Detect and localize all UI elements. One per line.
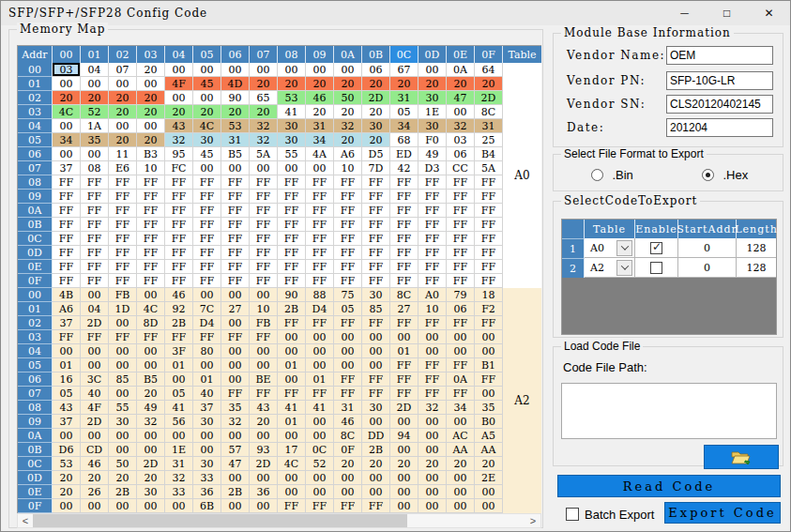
mem-cell-a2-08-14[interactable]: 34 xyxy=(447,401,475,415)
mem-cell-a0-08-2[interactable]: FF xyxy=(109,175,137,190)
mem-cell-a0-0c-10[interactable]: FF xyxy=(334,232,362,246)
mem-cell-a0-0e-11[interactable]: FF xyxy=(362,260,390,274)
mem-cell-a2-05-2[interactable]: 00 xyxy=(109,358,137,372)
mem-cell-a2-01-8[interactable]: 2B xyxy=(278,302,306,316)
mem-cell-a2-05-10[interactable]: 00 xyxy=(334,358,362,372)
mem-cell-a0-04-0[interactable]: 00 xyxy=(53,119,81,133)
mem-cell-a2-0b-7[interactable]: 93 xyxy=(250,443,278,457)
mem-cell-a0-05-10[interactable]: 20 xyxy=(334,133,362,147)
mem-cell-a0-01-10[interactable]: 20 xyxy=(334,77,362,91)
mem-cell-a0-01-7[interactable]: 20 xyxy=(250,77,278,91)
column-header-04[interactable]: 04 xyxy=(165,46,193,63)
mem-cell-a0-0e-8[interactable]: FF xyxy=(278,260,306,274)
mem-cell-a2-0e-13[interactable]: 00 xyxy=(418,485,447,499)
mem-cell-a2-06-9[interactable]: 01 xyxy=(306,372,334,387)
mem-cell-a2-00-12[interactable]: 8C xyxy=(390,288,418,302)
mem-cell-a2-08-15[interactable]: 35 xyxy=(475,401,503,415)
mem-cell-a2-08-6[interactable]: 35 xyxy=(221,401,250,415)
mem-cell-a2-05-9[interactable]: 00 xyxy=(306,358,334,372)
column-header-0f[interactable]: 0F xyxy=(475,46,503,63)
mem-cell-a0-09-13[interactable]: FF xyxy=(418,190,447,204)
mem-cell-a0-09-6[interactable]: FF xyxy=(221,190,250,204)
mem-cell-a2-01-12[interactable]: 27 xyxy=(390,302,418,316)
mem-cell-a2-07-1[interactable]: 40 xyxy=(81,387,109,401)
ce-row2-enable-checkbox[interactable] xyxy=(650,262,662,274)
ce-row1-length[interactable]: 128 xyxy=(737,238,776,258)
mem-cell-a0-05-7[interactable]: 32 xyxy=(250,133,278,147)
vendor-pn-input[interactable] xyxy=(666,71,773,90)
mem-cell-a2-0a-12[interactable]: 94 xyxy=(390,429,418,443)
mem-cell-a0-0e-12[interactable]: FF xyxy=(390,260,418,274)
mem-cell-a0-00-7[interactable]: 00 xyxy=(250,63,278,77)
mem-cell-a2-0d-8[interactable]: 00 xyxy=(278,471,306,485)
mem-cell-a0-0b-8[interactable]: FF xyxy=(278,218,306,232)
mem-cell-a0-02-4[interactable]: 00 xyxy=(165,91,193,105)
mem-cell-a0-05-8[interactable]: 30 xyxy=(278,133,306,147)
row-header-a0-05[interactable]: 05 xyxy=(18,133,53,147)
mem-cell-a2-02-9[interactable]: FF xyxy=(306,316,334,330)
mem-cell-a0-03-12[interactable]: 05 xyxy=(390,105,418,119)
mem-cell-a2-0a-11[interactable]: DD xyxy=(362,429,390,443)
ce-row1-startaddr[interactable]: 0 xyxy=(678,238,737,258)
mem-cell-a2-06-15[interactable]: FF xyxy=(475,372,503,387)
mem-cell-a0-07-6[interactable]: 00 xyxy=(221,161,250,175)
mem-cell-a2-0b-1[interactable]: CD xyxy=(81,443,109,457)
mem-cell-a2-04-5[interactable]: 80 xyxy=(193,344,221,358)
mem-cell-a0-0d-10[interactable]: FF xyxy=(334,246,362,260)
row-header-a0-0a[interactable]: 0A xyxy=(18,204,53,218)
mem-cell-a0-0b-3[interactable]: FF xyxy=(137,218,165,232)
row-header-a0-00[interactable]: 00 xyxy=(18,63,53,77)
mem-cell-a0-03-14[interactable]: 00 xyxy=(447,105,475,119)
mem-cell-a2-0a-1[interactable]: 00 xyxy=(81,429,109,443)
mem-cell-a2-08-3[interactable]: 49 xyxy=(137,401,165,415)
mem-cell-a0-0f-14[interactable]: FF xyxy=(447,274,475,288)
mem-cell-a0-04-10[interactable]: 32 xyxy=(334,119,362,133)
mem-cell-a2-0d-15[interactable]: 2E xyxy=(475,471,503,485)
mem-cell-a0-0d-3[interactable]: FF xyxy=(137,246,165,260)
mem-cell-a0-05-1[interactable]: 35 xyxy=(81,133,109,147)
mem-cell-a0-0a-9[interactable]: FF xyxy=(306,204,334,218)
mem-cell-a2-0d-9[interactable]: 00 xyxy=(306,471,334,485)
mem-cell-a0-09-9[interactable]: FF xyxy=(306,190,334,204)
mem-cell-a0-09-8[interactable]: FF xyxy=(278,190,306,204)
mem-cell-a2-08-9[interactable]: 41 xyxy=(306,401,334,415)
mem-cell-a0-04-1[interactable]: 1A xyxy=(81,119,109,133)
column-header-09[interactable]: 09 xyxy=(306,46,334,63)
mem-cell-a0-04-13[interactable]: 30 xyxy=(418,119,447,133)
column-header-table[interactable]: Table xyxy=(503,46,541,63)
mem-cell-a0-00-12[interactable]: 67 xyxy=(390,63,418,77)
mem-cell-a0-08-5[interactable]: FF xyxy=(193,175,221,190)
mem-cell-a2-09-10[interactable]: 46 xyxy=(334,415,362,429)
mem-cell-a0-0a-0[interactable]: FF xyxy=(53,204,81,218)
mem-cell-a0-06-2[interactable]: 11 xyxy=(109,147,137,161)
mem-cell-a2-01-0[interactable]: A6 xyxy=(53,302,81,316)
mem-cell-a2-07-4[interactable]: 05 xyxy=(165,387,193,401)
mem-cell-a0-00-15[interactable]: 64 xyxy=(475,63,503,77)
mem-cell-a0-02-3[interactable]: 20 xyxy=(137,91,165,105)
mem-cell-a0-0c-1[interactable]: FF xyxy=(81,232,109,246)
mem-cell-a0-0e-5[interactable]: FF xyxy=(193,260,221,274)
mem-cell-a0-09-2[interactable]: FF xyxy=(109,190,137,204)
mem-cell-a2-00-5[interactable]: 00 xyxy=(193,288,221,302)
mem-cell-a0-0d-13[interactable]: FF xyxy=(418,246,447,260)
mem-cell-a2-07-0[interactable]: 05 xyxy=(53,387,81,401)
mem-cell-a0-08-0[interactable]: FF xyxy=(53,175,81,190)
row-header-a2-0a[interactable]: 0A xyxy=(18,429,53,443)
mem-cell-a2-00-8[interactable]: 90 xyxy=(278,288,306,302)
mem-cell-a2-02-0[interactable]: 37 xyxy=(53,316,81,330)
mem-cell-a2-03-0[interactable]: FF xyxy=(53,330,81,344)
mem-cell-a0-0f-3[interactable]: FF xyxy=(137,274,165,288)
mem-cell-a2-04-4[interactable]: 3F xyxy=(165,344,193,358)
mem-cell-a0-07-10[interactable]: 10 xyxy=(334,161,362,175)
mem-cell-a0-08-9[interactable]: FF xyxy=(306,175,334,190)
mem-cell-a2-00-7[interactable]: 00 xyxy=(250,288,278,302)
mem-cell-a2-05-11[interactable]: 00 xyxy=(362,358,390,372)
mem-cell-a0-00-3[interactable]: 20 xyxy=(137,63,165,77)
mem-cell-a0-03-3[interactable]: 20 xyxy=(137,105,165,119)
mem-cell-a2-0d-3[interactable]: 20 xyxy=(137,471,165,485)
mem-cell-a0-0b-2[interactable]: FF xyxy=(109,218,137,232)
mem-cell-a2-04-7[interactable]: 00 xyxy=(250,344,278,358)
mem-cell-a2-0c-10[interactable]: 20 xyxy=(334,457,362,471)
mem-cell-a2-0f-9[interactable]: FF xyxy=(306,499,334,513)
mem-cell-a0-07-12[interactable]: 42 xyxy=(390,161,418,175)
